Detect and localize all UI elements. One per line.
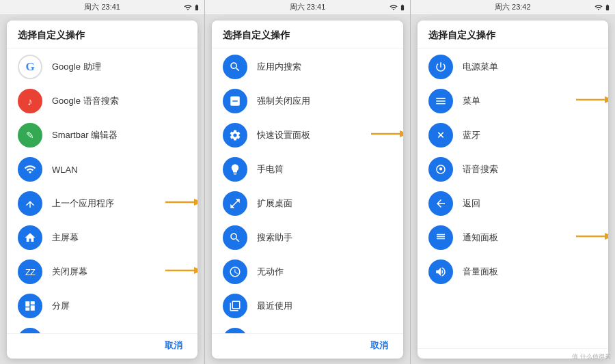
status-icons (594, 3, 611, 12)
list-item[interactable]: GGoogle 助理 (7, 50, 197, 84)
item-label: 强制关闭应用 (257, 95, 392, 107)
status-icons (184, 3, 200, 12)
item-label: 无动作 (257, 266, 392, 278)
list-item[interactable]: 最近使用 (212, 289, 402, 323)
dialog-title: 选择自定义操作 (418, 20, 608, 48)
list-item[interactable]: WLAN (7, 152, 197, 186)
svg-marker-5 (400, 130, 403, 137)
item-label: 应用内搜索 (257, 61, 392, 73)
phone-panel-2: 周六 23:41 选择自定义操作应用内搜索强制关闭应用快速设置面板 手电筒扩展桌… (205, 0, 410, 364)
dialog-footer: 取消 (212, 333, 402, 359)
custom-action-dialog: 选择自定义操作电源菜单菜单 蓝牙语音搜索返回通知面板 音量面板 (418, 20, 608, 359)
action-list: GGoogle 助理♪Google 语音搜索✎Smartbar 编辑器WLAN上… (7, 48, 197, 333)
dialog-title: 选择自定义操作 (212, 20, 402, 48)
item-label: 扩展桌面 (257, 197, 392, 210)
item-label: 蓝牙 (463, 129, 597, 141)
list-item[interactable]: 手电筒 (212, 152, 402, 186)
list-item[interactable]: 主屏幕 (7, 221, 197, 255)
status-time: 周六 23:41 (290, 2, 326, 12)
list-item[interactable]: 搜索助手 (212, 221, 402, 255)
list-item[interactable]: 语音搜索 (418, 152, 608, 186)
list-item[interactable]: 清除通知 (212, 323, 402, 333)
arrow-indicator (371, 128, 403, 143)
status-bar: 周六 23:41 (0, 0, 204, 15)
svg-marker-1 (194, 199, 197, 206)
item-label: Google 语音搜索 (52, 95, 187, 107)
item-label: 音量面板 (463, 266, 597, 278)
list-item[interactable]: 菜单 (418, 84, 608, 118)
custom-action-dialog: 选择自定义操作应用内搜索强制关闭应用快速设置面板 手电筒扩展桌面搜索助手无动作最… (212, 20, 402, 359)
list-item[interactable]: 快速设置面板 (212, 118, 402, 152)
list-item[interactable]: 蓝牙 (418, 118, 608, 152)
arrow-indicator (165, 264, 197, 279)
item-label: 搜索助手 (257, 232, 392, 244)
list-item[interactable]: 分屏 (7, 289, 197, 323)
item-label: WLAN (52, 165, 187, 175)
arrow-indicator (165, 196, 197, 211)
custom-action-dialog: 选择自定义操作GGoogle 助理♪Google 语音搜索✎Smartbar 编… (7, 20, 197, 359)
list-item[interactable]: 返回 (418, 186, 608, 221)
list-item[interactable]: 应用内搜索 (212, 50, 402, 84)
cancel-button[interactable]: 取消 (366, 338, 392, 353)
item-label: 主屏幕 (52, 232, 187, 244)
phone-panel-3: 周六 23:42 选择自定义操作电源菜单菜单 蓝牙语音搜索返回通知面板 音量面板 (411, 0, 615, 364)
list-item[interactable]: 屏幕截图 (7, 323, 197, 333)
action-list: 应用内搜索强制关闭应用快速设置面板 手电筒扩展桌面搜索助手无动作最近使用清除通知… (212, 48, 402, 333)
item-label: 返回 (463, 197, 597, 210)
list-item[interactable]: ✎Smartbar 编辑器 (7, 118, 197, 152)
dialog-title: 选择自定义操作 (7, 20, 197, 48)
list-item[interactable]: 强制关闭应用 (212, 84, 402, 118)
item-label: Smartbar 编辑器 (52, 129, 187, 141)
list-item[interactable]: ♪Google 语音搜索 (7, 84, 197, 118)
status-bar: 周六 23:42 (411, 0, 615, 15)
item-label: 电源菜单 (463, 61, 597, 73)
status-icons (390, 3, 406, 12)
list-item[interactable]: 无动作 (212, 255, 402, 289)
item-label: Google 助理 (52, 61, 187, 73)
arrow-indicator (576, 230, 608, 245)
svg-marker-3 (194, 267, 197, 274)
item-label: 分屏 (52, 300, 187, 312)
item-label: 手电筒 (257, 163, 392, 176)
list-item[interactable]: 音量面板 (418, 255, 608, 289)
list-item[interactable]: 上一个应用程序 (7, 186, 197, 221)
item-label: 最近使用 (257, 300, 392, 312)
dialog-footer: 取消 (7, 333, 197, 359)
action-list: 电源菜单菜单 蓝牙语音搜索返回通知面板 音量面板 (418, 48, 608, 348)
list-item[interactable]: 通知面板 (418, 221, 608, 255)
watermark: 值 什么值得买 (572, 352, 611, 361)
status-time: 周六 23:41 (84, 2, 120, 12)
arrow-indicator (576, 94, 608, 109)
cancel-button[interactable]: 取消 (161, 338, 187, 353)
svg-marker-9 (605, 233, 608, 240)
phone-panel-1: 周六 23:41 选择自定义操作GGoogle 助理♪Google 语音搜索✎S… (0, 0, 205, 364)
svg-marker-7 (605, 96, 608, 103)
list-item[interactable]: 扩展桌面 (212, 186, 402, 221)
status-bar: 周六 23:41 (205, 0, 409, 15)
item-label: 语音搜索 (463, 163, 597, 176)
list-item[interactable]: ZZ关闭屏幕 (7, 255, 197, 289)
status-time: 周六 23:42 (495, 2, 531, 12)
list-item[interactable]: 电源菜单 (418, 50, 608, 84)
